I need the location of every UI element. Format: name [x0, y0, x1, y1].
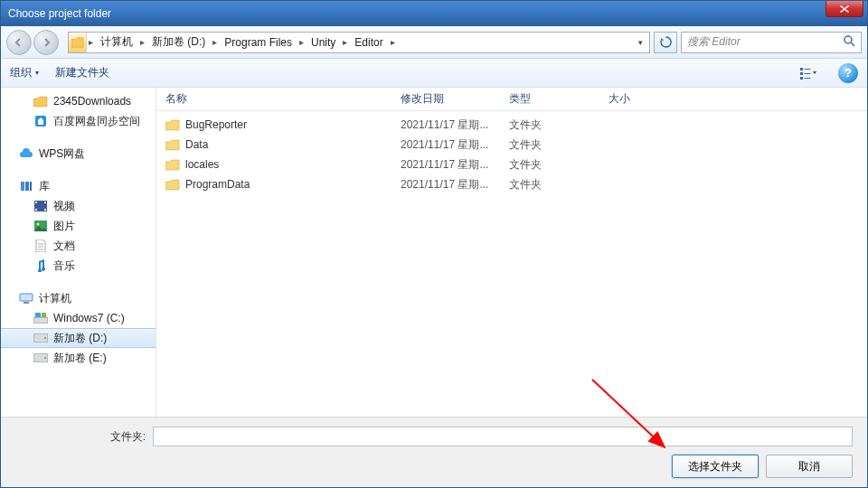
sidebar-item-computer[interactable]: 计算机 [1, 288, 156, 308]
svg-rect-26 [42, 313, 46, 317]
svg-line-1 [851, 42, 854, 46]
file-type: 文件夹 [509, 157, 609, 173]
search-placeholder: 搜索 Editor [687, 34, 741, 50]
svg-rect-22 [20, 294, 33, 301]
sidebar-item-library[interactable]: 库 [1, 176, 156, 196]
sidebar-item-drive-d[interactable]: 新加卷 (D:) [1, 328, 156, 348]
folder-label: 文件夹: [91, 429, 146, 445]
sidebar-item-drive-c[interactable]: Windows7 (C:) [1, 308, 156, 328]
computer-icon [19, 292, 33, 305]
new-folder-button[interactable]: 新建文件夹 [55, 65, 109, 80]
file-type: 文件夹 [509, 177, 609, 192]
baidu-icon [33, 115, 48, 127]
file-list[interactable]: BugReporter2021/11/17 星期...文件夹Data2021/1… [156, 111, 867, 417]
sidebar-item-2345downloads[interactable]: 2345Downloads [1, 91, 156, 111]
bottom-bar: 文件夹: 选择文件夹 取消 [1, 417, 867, 487]
chevron-right-icon: ▸ [211, 37, 219, 47]
svg-rect-16 [44, 209, 46, 211]
address-dropdown[interactable]: ▾ [631, 38, 649, 47]
breadcrumb-segment[interactable]: 新加卷 (D:) [146, 33, 211, 52]
chevron-right-icon: ▸ [297, 37, 306, 47]
svg-rect-11 [30, 182, 32, 191]
svg-rect-25 [35, 313, 41, 317]
breadcrumb-segment[interactable]: Editor [349, 33, 388, 52]
sidebar-item-wps[interactable]: WPS网盘 [1, 144, 156, 164]
col-size[interactable]: 大小 [609, 91, 681, 107]
svg-rect-13 [35, 202, 37, 203]
svg-rect-4 [800, 72, 803, 75]
file-type: 文件夹 [509, 117, 609, 133]
file-row[interactable]: Data2021/11/17 星期...文件夹 [156, 135, 867, 155]
nav-row: ▸ 计算机 ▸ 新加卷 (D:) ▸ Program Files ▸ Unity… [1, 26, 867, 59]
refresh-icon [660, 36, 672, 48]
file-name: ProgramData [185, 178, 250, 191]
sidebar-item-music[interactable]: 音乐 [1, 256, 156, 276]
column-headers[interactable]: 名称 修改日期 类型 大小 [156, 88, 867, 111]
newfolder-label: 新建文件夹 [55, 65, 109, 80]
folder-icon [165, 118, 180, 131]
titlebar[interactable]: Choose project folder [1, 1, 867, 26]
toolbar: 组织 ▾ 新建文件夹 ? [1, 59, 867, 88]
file-row[interactable]: locales2021/11/17 星期...文件夹 [156, 155, 867, 174]
col-name[interactable]: 名称 [165, 91, 401, 107]
sidebar-item-pictures[interactable]: 图片 [1, 216, 156, 236]
svg-point-18 [37, 223, 40, 226]
folder-icon [69, 33, 87, 52]
drive-icon [33, 352, 48, 364]
chevron-down-icon: ▾ [35, 69, 39, 77]
svg-rect-2 [800, 68, 803, 70]
view-icon [800, 67, 816, 80]
svg-rect-10 [25, 182, 29, 191]
organize-label: 组织 [10, 65, 32, 80]
file-row[interactable]: ProgramData2021/11/17 星期...文件夹 [156, 174, 867, 194]
view-mode-button[interactable] [795, 63, 822, 83]
svg-rect-6 [800, 77, 803, 80]
music-icon [33, 259, 48, 272]
svg-rect-14 [35, 209, 37, 211]
sidebar-item-label: 新加卷 (E:) [53, 351, 107, 366]
document-icon [33, 239, 48, 252]
sidebar-item-drive-e[interactable]: 新加卷 (E:) [1, 348, 156, 368]
svg-rect-3 [805, 69, 811, 70]
sidebar-item-video[interactable]: 视频 [1, 196, 156, 216]
sidebar-item-label: 库 [39, 179, 50, 194]
dialog-window: Choose project folder ▸ 计算机 ▸ 新加卷 (D:) ▸… [0, 0, 868, 488]
organize-button[interactable]: 组织 ▾ [10, 65, 39, 80]
file-name: Data [185, 138, 208, 151]
folder-icon [165, 138, 180, 151]
folder-input[interactable] [153, 427, 853, 446]
help-button[interactable]: ? [838, 63, 858, 83]
chevron-right-icon: ▸ [87, 37, 95, 47]
select-folder-button[interactable]: 选择文件夹 [672, 455, 759, 478]
folder-icon [165, 158, 180, 171]
breadcrumb-segment[interactable]: 计算机 [95, 33, 138, 52]
breadcrumb-segment[interactable]: Program Files [219, 33, 297, 52]
cancel-button[interactable]: 取消 [766, 455, 853, 478]
sidebar-item-label: 2345Downloads [53, 95, 131, 108]
search-input[interactable]: 搜索 Editor [681, 32, 862, 53]
sidebar-item-baidu[interactable]: 百度网盘同步空间 [1, 111, 156, 131]
sidebar-item-documents[interactable]: 文档 [1, 236, 156, 256]
close-icon [840, 5, 849, 13]
picture-icon [33, 220, 48, 232]
drive-windows-icon [33, 312, 48, 324]
chevron-right-icon: ▸ [138, 37, 146, 47]
col-type[interactable]: 类型 [509, 91, 609, 107]
col-date[interactable]: 修改日期 [401, 91, 509, 107]
breadcrumb-segment[interactable]: Unity [306, 33, 341, 52]
sidebar-item-label: Windows7 (C:) [53, 312, 125, 324]
svg-point-28 [44, 337, 46, 339]
sidebar[interactable]: 2345Downloads 百度网盘同步空间 WPS网盘 库 [1, 88, 156, 417]
close-button[interactable] [826, 1, 863, 17]
back-button[interactable] [6, 30, 32, 55]
address-bar[interactable]: ▸ 计算机 ▸ 新加卷 (D:) ▸ Program Files ▸ Unity… [68, 32, 650, 53]
body: 2345Downloads 百度网盘同步空间 WPS网盘 库 [1, 88, 867, 417]
svg-rect-23 [24, 302, 29, 304]
file-row[interactable]: BugReporter2021/11/17 星期...文件夹 [156, 115, 867, 135]
file-name: BugReporter [185, 118, 247, 131]
forward-button[interactable] [33, 30, 59, 55]
window-title: Choose project folder [8, 7, 111, 20]
refresh-button[interactable] [654, 32, 677, 53]
file-name: locales [185, 158, 219, 171]
svg-point-0 [844, 36, 852, 43]
